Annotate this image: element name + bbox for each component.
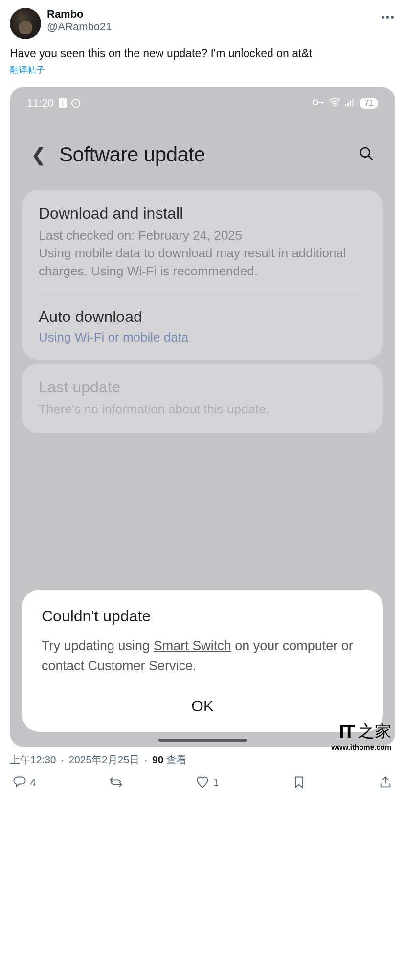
auto-download-item[interactable]: Auto download Using Wi-Fi or mobile data [39,294,366,345]
avatar[interactable] [10,8,41,39]
download-install-item[interactable]: Download and install Last checked on: Fe… [39,205,366,280]
notification-info-icon: i [71,99,80,108]
reply-button[interactable]: 4 [13,775,36,789]
battery-indicator: 71 [360,98,378,109]
display-name[interactable]: Rambo [47,8,112,21]
toast-text-prefix: Try updating using [42,638,154,653]
auto-download-status: Using Wi-Fi or mobile data [39,330,366,345]
watermark-url: www.ithome.com [331,743,391,751]
wifi-icon: 6 [329,98,340,109]
svg-rect-5 [345,104,346,106]
last-checked-text: Last checked on: February 24, 2025 [39,227,366,244]
home-indicator[interactable] [158,739,247,742]
more-options-icon[interactable]: ••• [381,11,395,23]
share-icon [379,775,392,789]
retweet-icon [109,775,123,789]
svg-point-3 [334,105,336,106]
share-button[interactable] [379,775,392,789]
search-icon[interactable] [359,146,374,163]
svg-point-0 [313,100,318,105]
notification-alert-icon: ! [59,98,67,108]
like-button[interactable]: 1 [196,775,219,789]
svg-rect-6 [347,103,349,106]
signal-icon [345,98,355,109]
smart-switch-link[interactable]: Smart Switch [154,638,231,653]
reply-count: 4 [30,777,36,788]
views-label: 查看 [166,754,187,765]
translate-link[interactable]: 翻译帖子 [10,64,45,76]
svg-text:6: 6 [338,98,340,102]
tweet-header: Rambo @ARambo21 ••• [10,8,395,39]
last-update-card: Last update There's no information about… [22,364,383,433]
tweet-date[interactable]: 2025年2月25日 [68,753,139,767]
page-title: Software update [59,143,205,166]
svg-point-9 [360,148,370,157]
tweet-text: Have you seen this on the new update? I'… [10,46,395,61]
download-note: Using mobile data to download may result… [39,244,366,280]
download-install-title: Download and install [39,205,366,223]
bookmark-icon [292,775,306,789]
tweet-metadata: 上午12:30 2025年2月25日 90 查看 [0,753,405,767]
views-count: 90 [152,754,163,765]
settings-card: Download and install Last checked on: Fe… [22,190,383,360]
svg-line-10 [368,156,373,160]
toast-title: Couldn't update [42,607,363,625]
embedded-screenshot: 11:20 ! i 6 71 ❮ Software update [10,87,395,747]
svg-rect-8 [352,99,354,106]
toast-body: Try updating using Smart Switch on your … [42,636,363,677]
back-button[interactable]: ❮ [31,144,46,165]
last-update-item[interactable]: Last update There's no information about… [39,378,366,418]
auto-download-title: Auto download [39,308,366,326]
svg-rect-7 [350,101,351,106]
watermark: IT 之家 www.ithome.com [331,720,391,751]
status-bar: 11:20 ! i 6 71 [10,87,395,114]
reply-icon [13,775,26,789]
ok-button[interactable]: OK [42,693,363,719]
tweet-time[interactable]: 上午12:30 [10,753,56,767]
watermark-it: IT [338,721,354,743]
bookmark-button[interactable] [292,775,306,789]
tweet-container: Rambo @ARambo21 ••• Have you seen this o… [0,0,405,747]
vpn-key-icon [313,98,324,109]
last-update-note: There's no information about this update… [39,400,366,418]
svg-rect-2 [322,102,323,104]
like-count: 1 [213,777,219,788]
error-toast: Couldn't update Try updating using Smart… [22,590,383,732]
page-header: ❮ Software update [10,114,395,186]
status-time: 11:20 [27,97,54,110]
retweet-button[interactable] [109,775,123,789]
watermark-brand: 之家 [358,720,391,743]
user-handle[interactable]: @ARambo21 [47,21,112,33]
last-update-title: Last update [39,378,366,396]
heart-icon [196,775,209,789]
user-info: Rambo @ARambo21 [47,8,112,33]
tweet-actions: 4 1 [0,767,405,798]
